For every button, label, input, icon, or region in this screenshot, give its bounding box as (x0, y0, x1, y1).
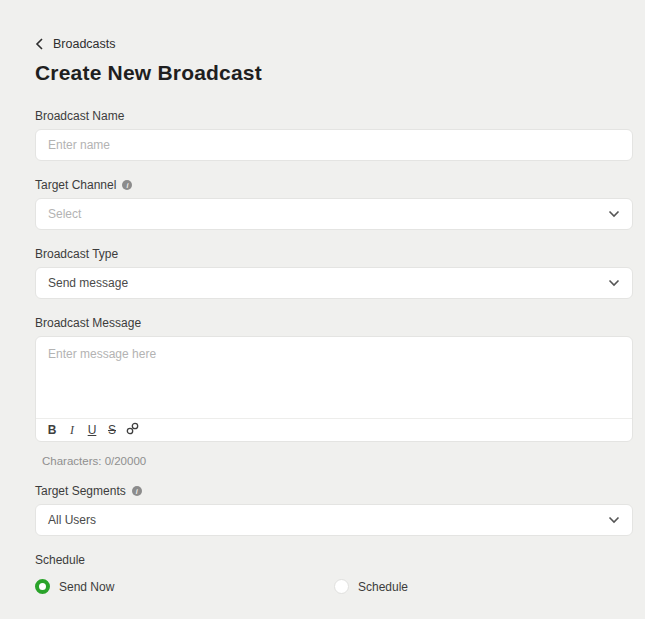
broadcast-type-value: Send message (48, 276, 128, 290)
radio-send-now[interactable]: Send Now (35, 579, 334, 594)
radio-unselected-icon (334, 579, 349, 594)
broadcast-message-field: Broadcast Message B I U S Charac (35, 316, 633, 467)
broadcast-name-input[interactable] (35, 129, 633, 161)
broadcast-type-label: Broadcast Type (35, 247, 118, 261)
schedule-options: Send Now Schedule (35, 579, 633, 594)
target-channel-value: Select (48, 207, 81, 221)
message-editor: B I U S (35, 336, 633, 442)
target-channel-select[interactable]: Select (35, 198, 633, 230)
schedule-label: Schedule (35, 553, 85, 567)
target-segments-label: Target Segments (35, 484, 126, 498)
target-channel-field: Target Channel i Select (35, 178, 633, 230)
radio-schedule[interactable]: Schedule (334, 579, 633, 594)
radio-selected-icon (35, 579, 50, 594)
character-counter: Characters: 0/20000 (42, 455, 633, 467)
bold-button[interactable]: B (42, 420, 62, 440)
chevron-left-icon (35, 38, 44, 50)
broadcast-type-select[interactable]: Send message (35, 267, 633, 299)
target-segments-field: Target Segments i All Users (35, 484, 633, 536)
target-segments-value: All Users (48, 513, 96, 527)
back-link-label: Broadcasts (53, 37, 116, 51)
target-channel-label: Target Channel (35, 178, 116, 192)
radio-send-now-label: Send Now (59, 580, 114, 594)
broadcast-name-field: Broadcast Name (35, 109, 633, 161)
italic-button[interactable]: I (62, 420, 82, 440)
chevron-down-icon (608, 516, 620, 524)
link-button[interactable] (122, 420, 142, 440)
info-icon[interactable]: i (122, 180, 132, 190)
schedule-field: Schedule Send Now Schedule (35, 553, 633, 594)
page-title: Create New Broadcast (35, 61, 633, 85)
chevron-down-icon (608, 279, 620, 287)
create-broadcast-page: Broadcasts Create New Broadcast Broadcas… (0, 0, 645, 619)
broadcast-type-field: Broadcast Type Send message (35, 247, 633, 299)
chevron-down-icon (608, 210, 620, 218)
link-icon (126, 422, 139, 438)
strikethrough-button[interactable]: S (102, 420, 122, 440)
back-link[interactable]: Broadcasts (35, 37, 633, 51)
underline-button[interactable]: U (82, 420, 102, 440)
info-icon[interactable]: i (132, 486, 142, 496)
broadcast-message-textarea[interactable] (36, 337, 632, 418)
radio-schedule-label: Schedule (358, 580, 408, 594)
editor-toolbar: B I U S (36, 418, 632, 441)
broadcast-message-label: Broadcast Message (35, 316, 141, 330)
broadcast-name-label: Broadcast Name (35, 109, 124, 123)
target-segments-select[interactable]: All Users (35, 504, 633, 536)
